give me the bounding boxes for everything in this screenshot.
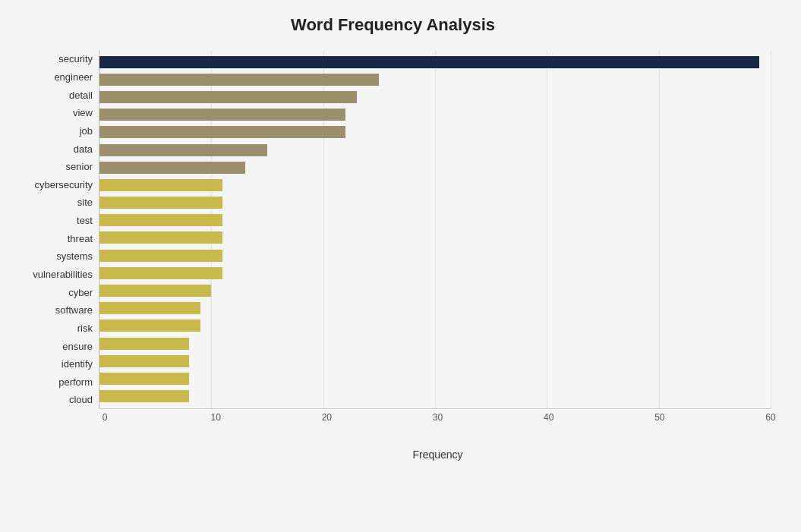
bar: [99, 250, 222, 262]
bar-row: [99, 124, 771, 140]
y-label: site: [77, 195, 93, 210]
bar-row: [99, 160, 771, 175]
x-tick: 20: [322, 412, 332, 423]
bar: [99, 109, 345, 121]
bar-row: [99, 354, 771, 369]
bar: [99, 91, 357, 103]
bar: [99, 285, 211, 297]
bar-row: [99, 143, 771, 158]
y-label: software: [55, 303, 93, 318]
bar-row: [99, 371, 771, 386]
bar: [99, 231, 222, 244]
y-label: job: [80, 123, 93, 138]
bar-row: [99, 389, 771, 404]
y-label: senior: [66, 159, 93, 175]
bar: [99, 373, 189, 385]
bar-row: [99, 318, 771, 333]
y-label: cloud: [69, 392, 93, 408]
bar: [99, 74, 379, 86]
y-label: data: [74, 141, 93, 156]
x-tick: 50: [654, 412, 664, 423]
y-label: risk: [77, 320, 93, 335]
grid-line: [771, 50, 771, 408]
bar: [99, 56, 759, 68]
bar: [99, 126, 345, 138]
bar-row: [99, 266, 771, 281]
bar: [99, 144, 267, 156]
x-axis-label: Frequency: [105, 449, 771, 461]
y-label: view: [73, 105, 93, 121]
bar: [99, 162, 245, 174]
y-label: ensure: [62, 338, 93, 354]
bar-row: [99, 283, 771, 298]
bars-and-grid: [99, 50, 771, 409]
bar-rows: [99, 50, 771, 408]
y-label: detail: [69, 87, 93, 102]
bar-row: [99, 178, 771, 193]
bar-row: [99, 248, 771, 263]
bar: [99, 267, 222, 279]
bar-row: [99, 212, 771, 228]
y-label: cybersecurity: [34, 177, 93, 192]
bar: [99, 338, 189, 350]
x-tick: 10: [210, 412, 220, 423]
bars-section: securityengineerdetailviewjobdataseniorc…: [15, 50, 771, 409]
bar: [99, 302, 200, 314]
y-label: threat: [68, 231, 93, 246]
y-label: engineer: [54, 69, 93, 84]
bar-row: [99, 301, 771, 316]
bar-row: [99, 230, 771, 245]
y-label: test: [77, 213, 93, 228]
y-label: perform: [58, 374, 93, 389]
x-tick: 0: [102, 412, 108, 423]
bar-row: [99, 55, 771, 70]
y-label: vulnerabilities: [33, 267, 93, 282]
x-tick: 30: [433, 412, 443, 423]
y-labels: securityengineerdetailviewjobdataseniorc…: [15, 50, 99, 409]
bar-row: [99, 195, 771, 210]
chart-title: Word Frequency Analysis: [15, 15, 771, 35]
y-label: systems: [56, 249, 93, 264]
chart-area: securityengineerdetailviewjobdataseniorc…: [15, 50, 771, 461]
bar-row: [99, 336, 771, 351]
y-label: cyber: [68, 285, 93, 300]
bar: [99, 197, 222, 209]
y-label: identify: [61, 357, 93, 372]
chart-container: Word Frequency Analysis securityengineer…: [0, 0, 801, 532]
bar-row: [99, 90, 771, 105]
x-axis: 0102030405060: [105, 412, 771, 427]
bar: [99, 179, 222, 191]
bar: [99, 390, 189, 402]
x-tick: 60: [765, 412, 775, 423]
x-tick: 40: [544, 412, 553, 423]
bar: [99, 355, 189, 367]
bar-row: [99, 72, 771, 87]
bar: [99, 214, 222, 226]
y-label: security: [58, 52, 93, 67]
bar-row: [99, 107, 771, 122]
bar: [99, 320, 200, 332]
